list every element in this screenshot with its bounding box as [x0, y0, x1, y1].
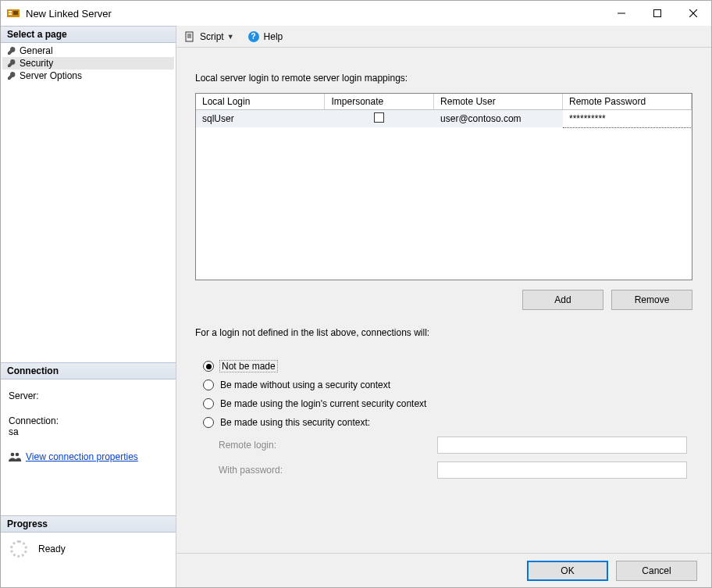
select-a-page-header: Select a page: [1, 26, 176, 43]
svg-rect-10: [186, 32, 193, 41]
help-icon: ?: [248, 31, 259, 42]
wrench-icon: [7, 46, 16, 55]
with-password-input: [437, 461, 687, 479]
svg-rect-2: [9, 13, 12, 15]
progress-block: Ready: [1, 533, 176, 565]
mappings-heading: Local server login to remote server logi…: [195, 73, 692, 84]
page-item-general[interactable]: General: [2, 45, 174, 57]
radio-label: Be made using this security context:: [220, 417, 370, 428]
radio-label: Be made using the login's current securi…: [220, 398, 426, 409]
radio-not-be-made[interactable]: Not be made: [203, 357, 692, 376]
cancel-button[interactable]: Cancel: [616, 561, 697, 581]
page-item-server-options[interactable]: Server Options: [2, 69, 174, 82]
radio-without-security-context[interactable]: Be made without using a security context: [203, 376, 692, 394]
script-button[interactable]: Script: [200, 31, 224, 42]
with-password-label: With password:: [219, 465, 437, 476]
progress-status: Ready: [38, 543, 66, 554]
ok-button[interactable]: OK: [527, 561, 608, 581]
main-panel: Script ▼ ? Help Local server login to re…: [176, 26, 711, 587]
dialog-footer: OK Cancel: [176, 553, 711, 587]
login-mappings-table[interactable]: Local Login Impersonate Remote User Remo…: [195, 93, 692, 280]
titlebar: New Linked Server: [1, 1, 711, 26]
script-dropdown-icon[interactable]: ▼: [227, 33, 234, 41]
remote-login-input: [437, 437, 687, 454]
spinner-icon: [10, 540, 27, 558]
cell-remote-user[interactable]: user@contoso.com: [434, 110, 563, 128]
connection-info: Server: Connection: sa View connection p…: [1, 380, 176, 469]
radio-icon[interactable]: [203, 380, 214, 390]
wrench-icon: [7, 59, 16, 68]
col-local-login[interactable]: Local Login: [196, 94, 325, 110]
wrench-icon: [7, 71, 16, 80]
people-icon: [9, 451, 21, 462]
remote-login-label: Remote login:: [219, 440, 437, 451]
svg-point-8: [11, 453, 15, 457]
radio-icon[interactable]: [203, 361, 214, 372]
window-title: New Linked Server: [26, 8, 603, 20]
page-list: General Security Server Options: [1, 43, 176, 90]
page-label: Security: [20, 58, 53, 69]
radio-label: Not be made: [220, 361, 277, 372]
maximize-button[interactable]: [639, 1, 675, 26]
close-button[interactable]: [675, 1, 711, 26]
progress-header: Progress: [1, 515, 176, 533]
app-icon: [7, 7, 20, 20]
page-item-security[interactable]: Security: [2, 57, 174, 69]
radio-icon[interactable]: [203, 398, 214, 409]
connection-label: Connection:: [9, 415, 168, 426]
col-remote-user[interactable]: Remote User: [434, 94, 563, 110]
server-label: Server:: [9, 390, 168, 401]
svg-rect-3: [13, 11, 18, 15]
script-icon: [184, 31, 195, 42]
col-remote-password[interactable]: Remote Password: [563, 94, 692, 110]
connection-header: Connection: [1, 362, 176, 380]
cell-local-login[interactable]: sqlUser: [196, 110, 325, 128]
toolbar: Script ▼ ? Help: [176, 26, 711, 48]
page-label: General: [20, 45, 53, 56]
radio-current-security-context[interactable]: Be made using the login's current securi…: [203, 394, 692, 413]
col-impersonate[interactable]: Impersonate: [325, 94, 434, 110]
remove-button[interactable]: Remove: [611, 290, 692, 310]
cell-remote-password[interactable]: **********: [563, 110, 692, 128]
new-linked-server-window: New Linked Server Select a page General …: [0, 0, 712, 588]
radio-icon[interactable]: [203, 417, 214, 428]
page-label: Server Options: [20, 70, 82, 81]
sidebar: Select a page General Security Server Op…: [1, 26, 176, 587]
radio-label: Be made without using a security context: [220, 380, 390, 390]
connection-value: sa: [9, 426, 168, 437]
help-button[interactable]: Help: [264, 31, 283, 42]
cell-impersonate[interactable]: [325, 110, 434, 128]
add-button[interactable]: Add: [522, 290, 603, 310]
svg-rect-5: [654, 10, 661, 17]
view-connection-properties-link[interactable]: View connection properties: [26, 451, 138, 462]
connection-mode-radios: Not be made Be made without using a secu…: [203, 357, 692, 432]
minimize-button[interactable]: [603, 1, 639, 26]
undefined-login-heading: For a login not defined in the list abov…: [195, 327, 692, 338]
table-row[interactable]: sqlUser user@contoso.com **********: [196, 110, 692, 128]
radio-this-security-context[interactable]: Be made using this security context:: [203, 413, 692, 432]
svg-point-9: [16, 453, 20, 457]
svg-rect-1: [9, 11, 12, 12]
table-header-row: Local Login Impersonate Remote User Remo…: [196, 94, 692, 110]
impersonate-checkbox[interactable]: [374, 112, 384, 123]
